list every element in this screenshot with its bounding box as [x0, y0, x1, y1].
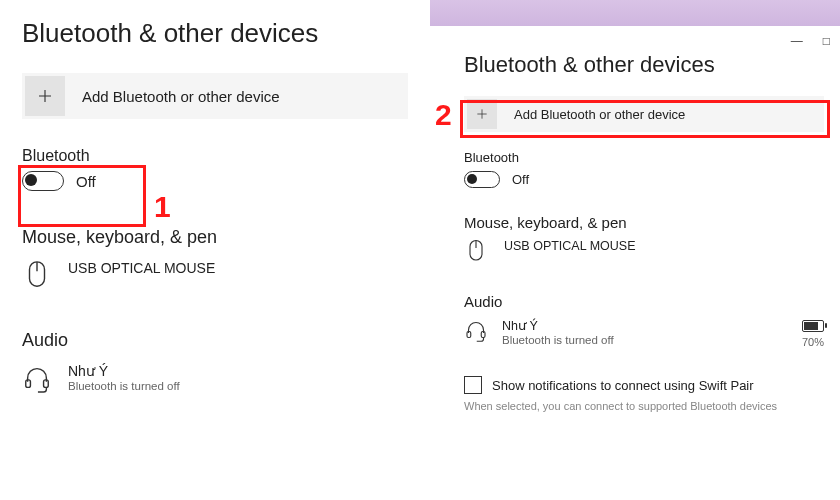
page-title: Bluetooth & other devices — [464, 52, 840, 78]
device-status: Bluetooth is turned off — [68, 380, 180, 392]
bluetooth-label: Bluetooth — [464, 150, 840, 165]
section-header-audio: Audio — [22, 330, 408, 351]
device-row-audio[interactable]: Như Ý Bluetooth is turned off — [22, 363, 408, 397]
add-device-button[interactable]: Add Bluetooth or other device — [22, 73, 408, 119]
window-controls: — □ — [791, 34, 830, 48]
battery-icon — [802, 320, 824, 332]
headset-icon — [22, 363, 52, 397]
headset-icon — [464, 318, 488, 346]
device-row-mouse[interactable]: USB OPTICAL MOUSE — [464, 239, 840, 267]
swift-pair-checkbox-row[interactable]: Show notifications to connect using Swif… — [464, 376, 840, 394]
page-title: Bluetooth & other devices — [22, 18, 408, 49]
section-header-audio: Audio — [464, 293, 840, 310]
add-device-label: Add Bluetooth or other device — [82, 88, 280, 105]
settings-pane-right: — □ Bluetooth & other devices Add Blueto… — [430, 0, 840, 500]
bluetooth-label: Bluetooth — [22, 147, 408, 165]
section-header-mouse: Mouse, keyboard, & pen — [22, 227, 408, 248]
bluetooth-toggle-section: Bluetooth Off — [22, 147, 408, 191]
swift-pair-hint: When selected, you can connect to suppor… — [464, 400, 840, 412]
add-device-button[interactable]: Add Bluetooth or other device — [464, 96, 824, 132]
bluetooth-state: Off — [76, 173, 96, 190]
bluetooth-toggle[interactable] — [464, 171, 500, 188]
battery-indicator: 70% — [802, 318, 824, 348]
settings-pane-left: Bluetooth & other devices Add Bluetooth … — [0, 0, 430, 500]
device-name: Như Ý — [502, 318, 614, 333]
maximize-button[interactable]: □ — [823, 34, 830, 48]
device-name: Như Ý — [68, 363, 180, 379]
bluetooth-state: Off — [512, 172, 529, 187]
battery-percent: 70% — [802, 336, 824, 348]
device-row-audio[interactable]: Như Ý Bluetooth is turned off 70% — [464, 318, 824, 348]
device-status: Bluetooth is turned off — [502, 334, 614, 346]
swift-pair-label: Show notifications to connect using Swif… — [492, 378, 754, 393]
mouse-icon — [22, 260, 52, 294]
mouse-icon — [464, 239, 488, 267]
plus-icon — [467, 99, 497, 129]
section-header-mouse: Mouse, keyboard, & pen — [464, 214, 840, 231]
add-device-label: Add Bluetooth or other device — [514, 107, 685, 122]
bluetooth-toggle-section: Bluetooth Off — [464, 150, 840, 188]
device-name: USB OPTICAL MOUSE — [504, 239, 636, 253]
device-row-mouse[interactable]: USB OPTICAL MOUSE — [22, 260, 408, 294]
plus-icon — [25, 76, 65, 116]
minimize-button[interactable]: — — [791, 34, 803, 48]
bluetooth-toggle[interactable] — [22, 171, 64, 191]
window-accent-bar — [430, 0, 840, 26]
checkbox[interactable] — [464, 376, 482, 394]
device-name: USB OPTICAL MOUSE — [68, 260, 215, 276]
